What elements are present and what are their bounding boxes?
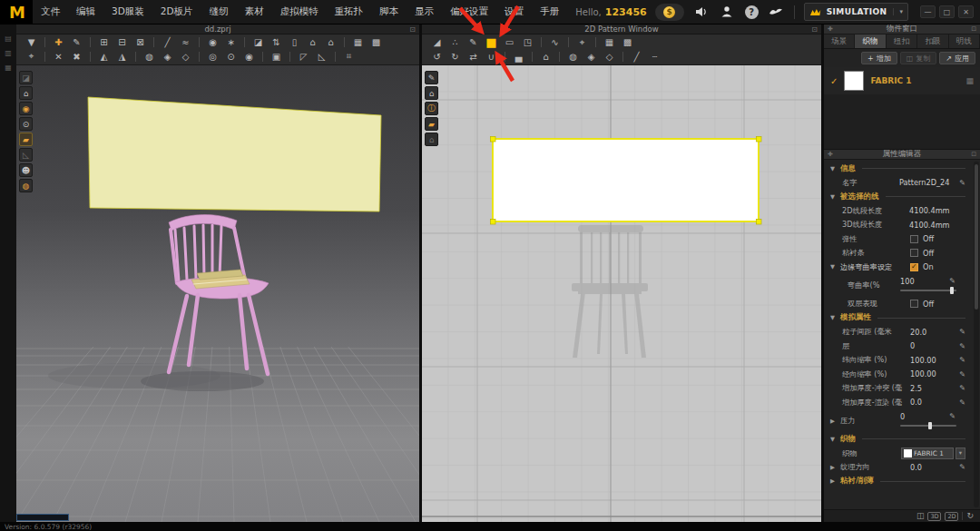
collapse-open-icon[interactable]: ▼ bbox=[830, 436, 838, 443]
section-fabric[interactable]: ▼ 织物 bbox=[830, 432, 965, 447]
scrollbar-handle[interactable] bbox=[975, 164, 978, 310]
avatar-pose-icon[interactable]: ◉ bbox=[19, 102, 33, 115]
restore-button[interactable]: □ bbox=[939, 5, 955, 18]
edit-pencil-icon[interactable]: ✎ bbox=[956, 370, 965, 379]
show-pants-icon[interactable]: ▯ bbox=[286, 35, 303, 49]
edit-pattern-tool[interactable]: ∴ bbox=[446, 35, 464, 49]
grid-large-icon[interactable]: ▩ bbox=[368, 35, 385, 49]
free-sewing-tool[interactable]: ≈ bbox=[177, 35, 194, 49]
arrange-cloth-a-tool[interactable]: ◭ bbox=[95, 50, 113, 64]
viewport-3d[interactable]: ◪⌂◉⊙▰◺☻◍ bbox=[16, 65, 419, 522]
section-curvature[interactable]: ▼ 边缘弯曲率设定 On bbox=[830, 261, 965, 275]
window-2d-titlebar[interactable]: 2D Pattern Window ⊡ bbox=[422, 25, 821, 34]
window-3d-titlebar[interactable]: dd.zprj ⊡ bbox=[16, 25, 419, 34]
button-tool[interactable]: ◎ bbox=[204, 50, 221, 64]
section-selected-lines[interactable]: ▼ 被选择的线 bbox=[830, 190, 965, 204]
fabric-check-icon[interactable]: ✓ bbox=[830, 76, 838, 86]
needle-edit-icon[interactable]: ✎ bbox=[425, 71, 438, 84]
menu-item-7[interactable]: 虚拟模特 bbox=[272, 5, 327, 18]
edit-pencil-icon[interactable]: ✎ bbox=[956, 398, 965, 407]
curvature-value[interactable]: 100 bbox=[900, 277, 946, 286]
unfold-tool[interactable]: ↺ bbox=[428, 50, 446, 64]
user-icon[interactable] bbox=[720, 5, 735, 20]
add-button[interactable]: +增加 bbox=[861, 52, 897, 64]
dock-grid2-icon[interactable]: ▥ bbox=[5, 49, 12, 57]
dart-tool[interactable]: ◳ bbox=[519, 35, 536, 49]
arrange-cloth-b-tool[interactable]: ◮ bbox=[113, 50, 131, 64]
collapse-open-icon[interactable]: ▼ bbox=[830, 165, 838, 172]
3d-view-button[interactable]: 3D bbox=[927, 512, 941, 521]
menu-item-11[interactable]: 偏好设置 bbox=[442, 5, 496, 18]
edit-pencil-icon[interactable]: ✎ bbox=[956, 384, 965, 392]
pinch-tool[interactable]: ◉ bbox=[204, 35, 221, 49]
section-bonding[interactable]: ▶ 粘衬/削薄 bbox=[830, 475, 965, 489]
unpin-tool[interactable]: ⊠ bbox=[132, 35, 149, 49]
trace-tool[interactable]: ⌖ bbox=[573, 35, 591, 49]
apply-button[interactable]: ↗应用 bbox=[939, 52, 975, 64]
scale-avatar-tool[interactable]: ✕ bbox=[50, 50, 67, 64]
transform-pattern-tool[interactable]: ◢ bbox=[428, 35, 446, 49]
mesh-tri-tool[interactable]: ◇ bbox=[177, 50, 194, 64]
window-2d-expand-icon[interactable]: ⊡ bbox=[811, 25, 818, 34]
fabric-texture-icon[interactable]: ▦ bbox=[965, 76, 974, 85]
collapse-open-icon[interactable]: ▼ bbox=[830, 193, 838, 201]
property-editor-expand-icon[interactable]: ⊡ bbox=[971, 151, 976, 158]
edit-pencil-icon[interactable]: ✎ bbox=[956, 342, 965, 350]
layer-value[interactable]: 0 bbox=[910, 341, 956, 350]
fabric-dropdown[interactable]: FABRIC 1 bbox=[901, 447, 954, 459]
object-tab-2[interactable]: 织物 bbox=[855, 34, 886, 48]
rectangle-tool[interactable]: ■ bbox=[483, 35, 500, 49]
menu-item-1[interactable]: 文件 bbox=[33, 5, 68, 18]
avatar-head-icon[interactable]: ☻ bbox=[19, 163, 33, 177]
tack-tool[interactable]: ◍ bbox=[564, 50, 582, 64]
ellipse-tool[interactable]: ▭ bbox=[501, 35, 518, 49]
object-tab-1[interactable]: 场景 bbox=[824, 34, 855, 48]
edit-pencil-icon[interactable]: ✎ bbox=[956, 328, 965, 336]
window-3d-expand-icon[interactable]: ⊡ bbox=[409, 25, 416, 34]
bird-icon[interactable] bbox=[769, 5, 784, 20]
curvature-slider[interactable] bbox=[900, 287, 956, 295]
fabric-color-swatch[interactable] bbox=[844, 71, 864, 91]
dock-grid-icon[interactable]: ▤ bbox=[5, 34, 12, 43]
edit-pencil-icon[interactable]: ✎ bbox=[956, 179, 965, 187]
thickness-render-value[interactable]: 0.0 bbox=[910, 398, 956, 407]
help-icon[interactable]: ? bbox=[745, 5, 759, 19]
mesh-tri-tool[interactable]: ◇ bbox=[601, 50, 618, 64]
menu-item-6[interactable]: 素材 bbox=[237, 5, 272, 18]
show-avatar-garment-icon[interactable]: ⌂ bbox=[322, 35, 339, 49]
thickness-collision-value[interactable]: 2.5 bbox=[910, 384, 956, 393]
object-window-expand-icon[interactable]: ⊡ bbox=[971, 25, 976, 33]
flatten-right-tool[interactable]: ◺ bbox=[313, 50, 330, 64]
pin-icon[interactable]: ✚ bbox=[828, 25, 833, 33]
curvature-checkbox[interactable] bbox=[910, 263, 918, 271]
double-layer-checkbox[interactable] bbox=[910, 300, 918, 308]
viewport-2d[interactable]: ✎⌂ⓘ▰⌂ bbox=[422, 65, 821, 522]
menu-item-4[interactable]: 2D板片 bbox=[152, 5, 201, 18]
rotate-ccw-tool[interactable]: ↻ bbox=[446, 50, 464, 64]
close-button[interactable]: ✕ bbox=[958, 5, 974, 18]
properties-scrollbar[interactable] bbox=[974, 162, 979, 507]
menu-item-8[interactable]: 重拓扑 bbox=[327, 5, 372, 18]
buttonhole-tool[interactable]: ⊙ bbox=[222, 50, 240, 64]
edit-pencil-icon[interactable]: ✎ bbox=[946, 412, 956, 420]
show-garment-disabled-icon[interactable]: ⌂ bbox=[425, 133, 438, 146]
zipper-tool[interactable]: ▣ bbox=[268, 50, 285, 64]
pose-avatar-tool[interactable]: ✖ bbox=[68, 50, 85, 64]
elastic-checkbox[interactable] bbox=[910, 235, 918, 243]
pin-tool[interactable]: ⊞ bbox=[95, 35, 113, 49]
pin-screen-tool[interactable]: ⊟ bbox=[113, 35, 131, 49]
menu-item-2[interactable]: 编辑 bbox=[68, 5, 103, 18]
edit-pencil-icon[interactable]: ✎ bbox=[956, 356, 965, 364]
select-mesh-brush-tool[interactable]: ✎ bbox=[68, 35, 85, 49]
flip-tool[interactable]: ⇄ bbox=[465, 50, 482, 64]
edit-pencil-icon[interactable]: ✎ bbox=[956, 463, 965, 471]
edit-curve-tool[interactable]: ✎ bbox=[465, 35, 482, 49]
flatten-left-tool[interactable]: ◸ bbox=[295, 50, 312, 64]
minimize-button[interactable]: — bbox=[920, 5, 936, 18]
menu-item-5[interactable]: 缝纫 bbox=[201, 5, 237, 18]
coins-button[interactable]: $ bbox=[655, 4, 684, 21]
speaker-icon[interactable] bbox=[694, 5, 710, 20]
pleats-tool[interactable]: ∿ bbox=[546, 35, 564, 49]
show-shirt-icon[interactable]: ⌂ bbox=[304, 35, 321, 49]
segment-sewing-tool[interactable]: ╱ bbox=[159, 35, 176, 49]
